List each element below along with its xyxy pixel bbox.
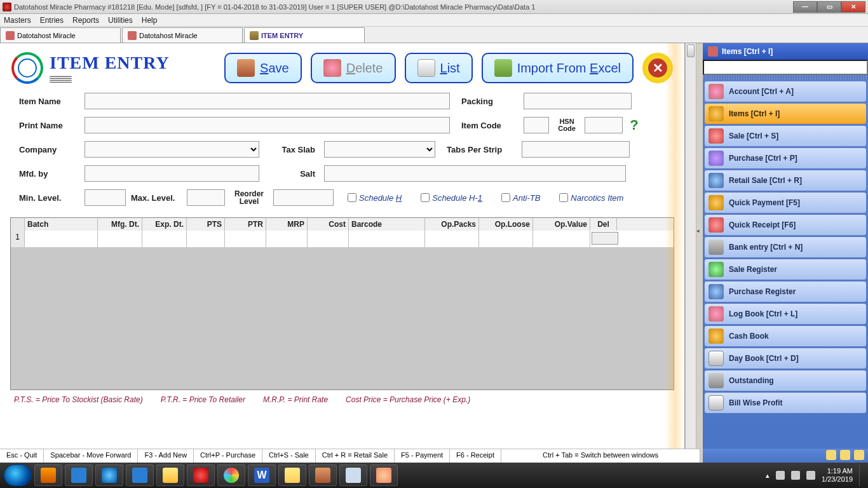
panel-splitter[interactable] — [696, 43, 703, 463]
taskbar-app[interactable] — [217, 464, 245, 486]
taskbar-app[interactable] — [65, 464, 93, 486]
taskbar-app[interactable] — [34, 464, 62, 486]
window-maximize-button[interactable]: ▭ — [817, 1, 841, 13]
cell-exp[interactable] — [142, 231, 187, 247]
taskbar-app[interactable] — [95, 464, 123, 486]
cell-op-loose[interactable] — [479, 231, 533, 247]
side-item-2[interactable]: Sale [Ctrl + S] — [704, 125, 867, 147]
col-mrp[interactable]: MRP — [266, 218, 308, 231]
cell-op-packs[interactable] — [425, 231, 479, 247]
taskbar-app[interactable] — [187, 464, 215, 486]
foot-icon[interactable] — [826, 450, 836, 460]
show-desktop-button[interactable] — [859, 464, 864, 486]
vertical-scrollbar[interactable] — [685, 43, 696, 463]
tray-flag-icon[interactable] — [806, 471, 815, 480]
mdi-tab-active[interactable]: ITEM ENTRY — [244, 27, 365, 43]
side-item-14[interactable]: Bill Wise Profit — [704, 392, 867, 414]
tax-slab-select[interactable] — [324, 141, 435, 158]
print-name-input[interactable] — [85, 117, 450, 133]
side-item-3[interactable]: Purchase [Ctrl + P] — [704, 147, 867, 169]
side-item-7[interactable]: Bank entry [Ctrl + N] — [704, 236, 867, 258]
menu-entries[interactable]: Entries — [40, 16, 64, 25]
cell-mrp[interactable] — [266, 231, 308, 247]
col-exp-dt[interactable]: Exp. Dt. — [142, 218, 187, 231]
salt-input[interactable] — [324, 165, 626, 182]
reorder-level-input[interactable] — [273, 189, 334, 206]
side-item-9[interactable]: Purchase Register — [704, 281, 867, 302]
window-minimize-button[interactable]: — — [793, 1, 817, 13]
anti-tb-checkbox[interactable]: Anti-TB — [501, 193, 540, 203]
col-cost[interactable]: Cost — [308, 218, 349, 231]
cell-barcode[interactable] — [349, 231, 425, 247]
col-batch[interactable]: Batch — [25, 218, 98, 231]
taskbar-app[interactable] — [339, 464, 367, 486]
side-item-5[interactable]: Quick Payment [F5] — [704, 192, 867, 214]
import-from-excel-button[interactable]: Import From Excel — [482, 53, 634, 83]
taskbar-app[interactable] — [126, 464, 154, 486]
side-item-12[interactable]: Day Book [Ctrl + D] — [704, 348, 867, 369]
mdi-tab[interactable]: Datotahost Miracle — [0, 27, 121, 43]
taskbar-app[interactable] — [370, 464, 398, 486]
min-level-input[interactable] — [85, 189, 126, 206]
side-item-1[interactable]: Items [Ctrl + I] — [704, 103, 867, 125]
cell-cost[interactable] — [308, 231, 349, 247]
side-item-10[interactable]: Log Book [Ctrl + L] — [704, 303, 867, 325]
mdi-tab[interactable]: Datotahost Miracle — [122, 27, 243, 43]
foot-icon[interactable] — [854, 450, 864, 460]
cell-del-button[interactable] — [592, 232, 618, 245]
max-level-input[interactable] — [187, 189, 225, 206]
side-item-0[interactable]: Account [Ctrl + A] — [704, 81, 867, 102]
menu-reports[interactable]: Reports — [72, 16, 99, 25]
form-close-button[interactable]: ✕ — [642, 53, 673, 83]
list-button[interactable]: List — [405, 53, 473, 83]
start-button[interactable] — [4, 464, 32, 486]
cell-pts[interactable] — [187, 231, 225, 247]
side-item-11[interactable]: Cash Book — [704, 325, 867, 347]
side-search-input[interactable] — [703, 60, 868, 75]
side-item-6[interactable]: Quick Receipt [F6] — [704, 214, 867, 236]
menu-help[interactable]: Help — [142, 16, 158, 25]
col-op-loose[interactable]: Op.Loose — [479, 218, 533, 231]
cell-mfg[interactable] — [98, 231, 142, 247]
schedule-h-checkbox[interactable]: Schedule H — [348, 193, 402, 203]
tabs-per-strip-input[interactable] — [522, 141, 630, 158]
tray-chevron-icon[interactable]: ▴ — [766, 471, 770, 480]
hsn-code-input[interactable] — [585, 117, 623, 133]
side-item-4[interactable]: Retail Sale [Ctrl + R] — [704, 170, 867, 191]
foot-icon[interactable] — [840, 450, 850, 460]
help-icon[interactable]: ? — [628, 117, 641, 133]
menu-utilities[interactable]: Utilities — [108, 16, 133, 25]
cell-batch[interactable] — [25, 231, 98, 247]
delete-button[interactable]: Delete — [311, 53, 396, 83]
taskbar-app[interactable] — [309, 464, 337, 486]
col-ptr[interactable]: PTR — [225, 218, 266, 231]
taskbar-app[interactable]: W — [248, 464, 276, 486]
taskbar-app[interactable] — [156, 464, 184, 486]
tray-network-icon[interactable] — [776, 471, 785, 480]
item-code-input[interactable] — [524, 117, 549, 133]
cell-ptr[interactable] — [225, 231, 266, 247]
col-op-packs[interactable]: Op.Packs — [425, 218, 479, 231]
company-select[interactable] — [85, 141, 259, 158]
menu-masters[interactable]: Masters — [4, 16, 31, 25]
schedule-h1-checkbox[interactable]: Schedule H-1 — [421, 193, 482, 203]
col-mfg-dt[interactable]: Mfg. Dt. — [98, 218, 142, 231]
grid-row[interactable]: 1 — [11, 231, 674, 247]
system-clock[interactable]: 1:19 AM 1/23/2019 — [822, 467, 853, 484]
item-name-input[interactable] — [85, 93, 450, 109]
side-item-label: Purchase [Ctrl + P] — [729, 154, 797, 163]
mfd-by-input[interactable] — [85, 165, 259, 182]
side-item-13[interactable]: Outstanding — [704, 370, 867, 391]
window-close-button[interactable]: ✕ — [841, 1, 865, 13]
side-item-8[interactable]: Sale Register — [704, 259, 867, 280]
narcotics-checkbox[interactable]: Narcotics Item — [559, 193, 623, 203]
tray-volume-icon[interactable] — [791, 471, 800, 480]
col-pts[interactable]: PTS — [187, 218, 225, 231]
packing-input[interactable] — [524, 93, 632, 109]
cell-op-value[interactable] — [533, 231, 590, 247]
col-del[interactable]: Del — [590, 218, 617, 231]
col-barcode[interactable]: Barcode — [349, 218, 425, 231]
col-op-value[interactable]: Op.Value — [533, 218, 590, 231]
taskbar-app[interactable] — [278, 464, 306, 486]
save-button[interactable]: Save — [224, 53, 302, 83]
